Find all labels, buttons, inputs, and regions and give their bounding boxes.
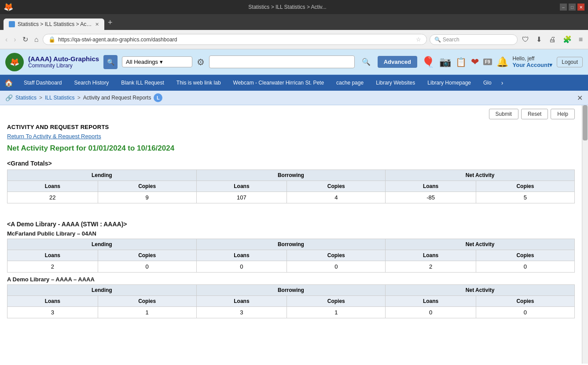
mcf-lending-copies-hdr: Copies	[98, 250, 196, 261]
search-input[interactable]	[209, 55, 355, 68]
user-section: Hello, jeff Your Account▾	[513, 55, 553, 68]
dl2-net-loans: 0	[386, 307, 476, 318]
nav-bar: 🏠 Staff Dashboard Search History Blank I…	[0, 75, 588, 91]
scroll-thumb[interactable]	[583, 105, 588, 140]
f9-badge[interactable]: F9	[483, 59, 492, 65]
dl2-borrowing-loans-hdr: Loans	[196, 296, 287, 307]
demo-library-heading: <A Demo Library - AAAA (STWI : AAAA)>	[7, 221, 575, 228]
forward-button[interactable]: ›	[12, 35, 18, 44]
nav-blank-ill[interactable]: Blank ILL Request	[115, 75, 170, 90]
return-link[interactable]: Return To Activity & Request Reports	[7, 133, 575, 140]
demo-library2-table: Lending Borrowing Net Activity Loans Cop…	[7, 284, 575, 318]
nav-search-history[interactable]: Search History	[68, 75, 115, 90]
refresh-button[interactable]: ↻	[21, 34, 30, 44]
nav-webcam[interactable]: Webcam - Clearwater Hirrican St. Pete	[227, 75, 331, 90]
nav-web-link[interactable]: This is web link lab	[170, 75, 227, 90]
extensions-button[interactable]: 🧩	[561, 34, 573, 44]
camera-icon[interactable]: 📷	[439, 56, 451, 68]
active-tab[interactable]: Statistics > ILL Statistics > Activ... ✕	[4, 18, 104, 30]
breadcrumb-sep1: >	[39, 95, 42, 101]
heart-icon[interactable]: ❤	[471, 56, 479, 68]
org-name: (AAAA) Auto-Graphics	[28, 55, 99, 63]
dl2-lending-copies: 1	[98, 307, 196, 318]
reset-button[interactable]: Reset	[521, 109, 548, 119]
search-icon: 🔍	[434, 37, 441, 43]
dl2-net-copies: 0	[476, 307, 574, 318]
mcf-borrowing-header: Borrowing	[196, 239, 386, 250]
nav-staff-dashboard[interactable]: Staff Dashboard	[18, 75, 68, 90]
nav-library-homepage[interactable]: Library Homepage	[421, 75, 477, 90]
bell-icon[interactable]: 🔔	[496, 56, 508, 68]
scrollbar[interactable]	[582, 105, 588, 364]
advanced-button[interactable]: Advanced	[378, 56, 417, 68]
mcfarland-row: 2 0 0 0 2 0	[7, 261, 575, 273]
grand-totals-row: 22 9 107 4 -85 5	[7, 192, 575, 203]
breadcrumb-badge[interactable]: L	[154, 93, 162, 102]
browser-tabbar: Statistics > ILL Statistics > Activ... ✕…	[0, 14, 588, 30]
breadcrumb-bar: 🔗 Statistics > ILL Statistics > Activity…	[0, 91, 588, 105]
grand-totals-table: Lending Borrowing Net Activity Loans Cop…	[7, 170, 575, 203]
mcf-lending-loans-hdr: Loans	[7, 250, 98, 261]
settings-icon[interactable]: ⚙	[197, 57, 205, 67]
shield-button[interactable]: 🛡	[520, 34, 531, 44]
borrowing-loans-header: Loans	[196, 181, 287, 192]
breadcrumb-statistics[interactable]: Statistics	[15, 95, 37, 101]
list-icon[interactable]: 📋	[456, 57, 467, 67]
help-button[interactable]: Help	[551, 109, 575, 119]
url-display: https://qa-stwi-agent.auto-graphics.com/…	[58, 37, 413, 43]
submit-button[interactable]: Submit	[489, 109, 518, 119]
breadcrumb-close-button[interactable]: ✕	[577, 94, 583, 102]
breadcrumb-ill-statistics[interactable]: ILL Statistics	[45, 95, 75, 101]
dl2-net-header: Net Activity	[386, 285, 575, 296]
tab-close-button[interactable]: ✕	[95, 22, 99, 27]
browser-toolbar: ‹ › ↻ ⌂ 🔒 https://qa-stwi-agent.auto-gra…	[0, 30, 588, 49]
download-button[interactable]: ⬇	[534, 34, 544, 44]
search-type-label: All Headings	[126, 59, 158, 65]
search-icon-button[interactable]: 🔍	[103, 55, 118, 69]
bookmark-icon[interactable]: ☆	[416, 36, 421, 43]
app-header: 🦊 (AAAA) Auto-Graphics Community Library…	[0, 49, 588, 75]
action-bar: Submit Reset Help	[7, 109, 575, 119]
balloon-icon[interactable]: 🎈	[422, 56, 435, 68]
gt-borrowing-copies: 4	[287, 192, 386, 203]
mcf-net-copies: 0	[476, 261, 574, 273]
home-nav-icon[interactable]: 🏠	[0, 75, 18, 91]
user-account-link[interactable]: Your Account▾	[513, 62, 553, 68]
lock-icon: 🔒	[48, 36, 55, 43]
back-button[interactable]: ‹	[4, 35, 9, 44]
borrowing-copies-header: Copies	[287, 181, 386, 192]
dl2-lending-header: Lending	[7, 285, 197, 296]
nav-library-websites[interactable]: Library Websites	[370, 75, 421, 90]
close-button[interactable]: ✕	[577, 4, 584, 11]
dl2-net-loans-hdr: Loans	[386, 296, 476, 307]
nav-glo[interactable]: Glo	[477, 75, 498, 90]
org-sub: Community Library	[28, 63, 99, 69]
net-activity-header: Net Activity	[386, 170, 575, 181]
search-go-button[interactable]: 🔍	[359, 55, 373, 69]
maximize-button[interactable]: □	[569, 4, 576, 11]
print-button[interactable]: 🖨	[547, 34, 558, 44]
mcf-net-copies-hdr: Copies	[476, 250, 574, 261]
mcf-borrowing-copies: 0	[287, 261, 386, 273]
report-title: Net Activity Report for 01/01/2024 to 10…	[7, 144, 575, 153]
search-icon: 🔍	[107, 59, 114, 66]
search-bar[interactable]: 🔍 Search	[430, 34, 518, 45]
logout-button[interactable]: Logout	[557, 57, 583, 67]
gt-lending-loans: 22	[7, 192, 98, 203]
nav-more-button[interactable]: ›	[498, 75, 507, 91]
minimize-button[interactable]: –	[560, 4, 567, 11]
new-tab-button[interactable]: +	[104, 15, 116, 30]
dl2-lending-copies-hdr: Copies	[98, 296, 196, 307]
gt-lending-copies: 9	[98, 192, 196, 203]
lending-loans-header: Loans	[7, 181, 98, 192]
firefox-icon: 🦊	[4, 2, 13, 12]
lending-header: Lending	[7, 170, 197, 181]
app-title: (AAAA) Auto-Graphics Community Library	[28, 55, 99, 69]
search-type-dropdown[interactable]: All Headings ▾	[122, 56, 192, 67]
grand-totals-heading: <Grand Totals>	[7, 160, 575, 167]
address-bar[interactable]: 🔒 https://qa-stwi-agent.auto-graphics.co…	[43, 34, 426, 45]
home-button[interactable]: ⌂	[33, 35, 40, 44]
toolbar-right-icons: 🛡 ⬇ 🖨 🧩 ≡	[520, 34, 584, 44]
nav-cache[interactable]: cache page	[330, 75, 370, 90]
menu-button[interactable]: ≡	[577, 34, 584, 44]
